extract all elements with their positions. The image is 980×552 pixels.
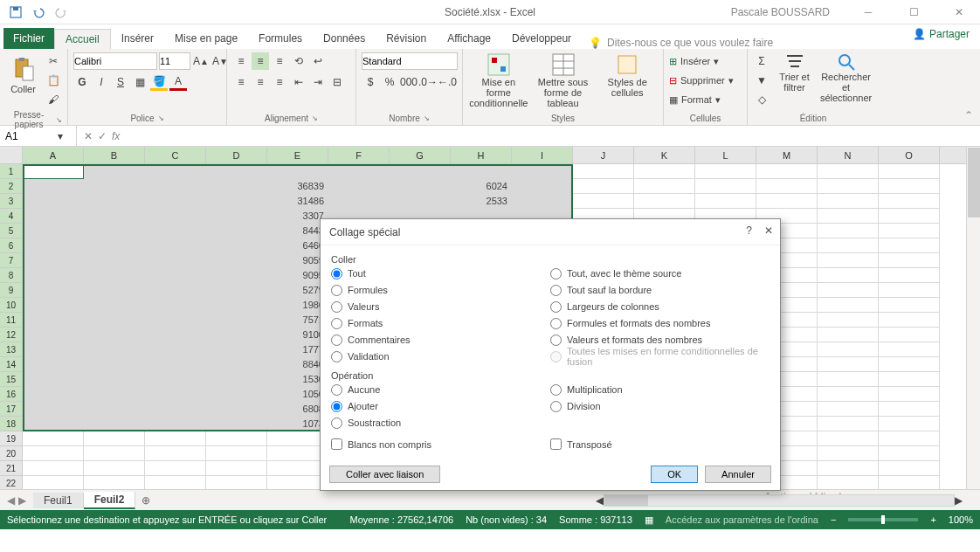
cell[interactable] [23,342,84,357]
cell[interactable] [634,194,695,209]
column-header-A[interactable]: A [23,147,84,163]
font-size-select[interactable] [159,52,190,70]
cell[interactable] [23,298,84,313]
cell[interactable] [879,224,940,238]
cell[interactable] [145,446,206,461]
fill-icon[interactable]: ▼ [753,72,770,89]
clear-icon[interactable]: ◇ [753,91,770,108]
save-icon[interactable] [5,3,26,22]
cell[interactable] [23,283,84,298]
cell[interactable] [206,268,267,283]
cell[interactable] [879,342,940,357]
cell[interactable] [818,431,879,446]
row-header[interactable]: 12 [0,328,23,342]
format-cells-button[interactable]: ▦Format▾ [669,91,721,108]
row-header[interactable]: 15 [0,372,23,387]
cell[interactable] [23,179,84,194]
tab-donnees[interactable]: Données [313,28,376,49]
cell[interactable] [879,431,940,446]
tab-accueil[interactable]: Accueil [54,29,111,50]
cell[interactable] [818,417,879,431]
cell[interactable] [84,357,145,372]
row-header[interactable]: 20 [0,446,23,461]
align-left-icon[interactable]: ≡ [232,73,250,91]
tab-revision[interactable]: Révision [376,28,437,49]
cell[interactable] [634,164,695,179]
radio-option[interactable]: Tout sauf la bordure [550,283,770,297]
share-button[interactable]: 👤 Partager [913,28,970,40]
row-header[interactable]: 7 [0,253,23,268]
column-header-M[interactable]: M [756,147,818,163]
cell[interactable] [23,313,84,328]
cell[interactable] [206,417,267,431]
cell[interactable] [818,238,879,253]
cell[interactable] [84,417,145,431]
cell[interactable] [84,179,145,194]
cell[interactable] [206,253,267,268]
align-bottom-icon[interactable]: ≡ [271,52,288,70]
cell[interactable] [145,417,206,431]
cell[interactable] [145,313,206,328]
cell[interactable] [206,357,267,372]
cell[interactable] [267,164,328,179]
cell[interactable] [206,431,267,446]
align-center-icon[interactable]: ≡ [252,73,269,91]
find-select-button[interactable]: Rechercher et sélectionner [818,52,873,103]
column-header-O[interactable]: O [879,147,940,163]
cell[interactable] [756,164,818,179]
cell[interactable] [206,446,267,461]
cell[interactable] [328,194,390,209]
close-icon[interactable]: ✕ [942,1,977,24]
percent-icon[interactable]: % [381,73,398,91]
dialog-help-icon[interactable]: ? [746,224,752,237]
tab-affichage[interactable]: Affichage [437,28,501,49]
cell[interactable] [145,431,206,446]
cell[interactable] [390,194,451,209]
horizontal-scrollbar[interactable]: ◀▶ [596,493,963,507]
cell[interactable]: 2533 [451,194,512,209]
cell[interactable] [84,194,145,209]
cell[interactable] [818,283,879,298]
increase-decimal-icon[interactable]: .0→ [419,73,437,91]
cell[interactable] [818,164,879,179]
cell[interactable] [206,342,267,357]
cell[interactable] [818,387,879,402]
cell[interactable] [818,179,879,194]
cell[interactable] [145,238,206,253]
orientation-icon[interactable]: ⟲ [290,52,307,70]
tab-formules[interactable]: Formules [248,28,313,49]
cell[interactable] [328,179,390,194]
font-name-select[interactable] [73,52,157,70]
cell[interactable] [84,268,145,283]
cut-icon[interactable]: ✂ [45,52,62,70]
cell[interactable] [23,446,84,461]
view-normal-icon[interactable]: ▦ [645,514,653,526]
cell[interactable] [84,224,145,238]
cell[interactable] [512,194,573,209]
radio-option[interactable]: Valeurs [331,300,550,314]
cell[interactable] [879,298,940,313]
paste-link-button[interactable]: Coller avec liaison [329,466,440,483]
column-header-I[interactable]: I [512,147,573,163]
row-header[interactable]: 10 [0,298,23,313]
merge-icon[interactable]: ⊟ [328,73,346,91]
cell[interactable] [818,209,879,224]
column-header-J[interactable]: J [573,147,634,163]
currency-icon[interactable]: $ [362,73,379,91]
cell[interactable] [818,224,879,238]
cell[interactable] [879,313,940,328]
cell[interactable] [84,387,145,402]
cell[interactable] [390,179,451,194]
cell[interactable] [23,238,84,253]
cell[interactable] [695,194,756,209]
cell[interactable] [818,298,879,313]
cell[interactable] [818,357,879,372]
cell[interactable] [818,372,879,387]
sheet-tab-feuil2[interactable]: Feuil2 [84,492,136,509]
row-header[interactable]: 16 [0,387,23,402]
cell[interactable] [23,224,84,238]
column-header-H[interactable]: H [451,147,512,163]
cell[interactable] [695,179,756,194]
number-format-select[interactable] [362,52,458,70]
row-header[interactable]: 5 [0,224,23,238]
